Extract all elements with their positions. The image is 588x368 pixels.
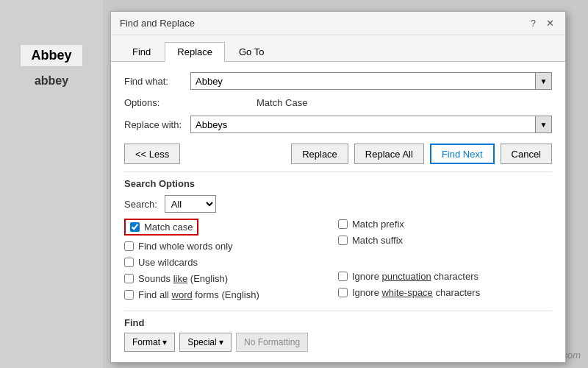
bottom-buttons: Format ▾ Special ▾ No Formatting xyxy=(124,333,552,352)
search-options-title: Search Options xyxy=(124,178,552,189)
ignore-punctuation-checkbox[interactable] xyxy=(338,272,348,281)
match-case-highlight: Match case xyxy=(124,219,198,236)
less-button[interactable]: << Less xyxy=(124,144,180,164)
search-label: Search: xyxy=(124,199,157,210)
word-forms-checkbox[interactable] xyxy=(124,290,134,300)
action-buttons-row: << Less Replace Replace All Find Next Ca… xyxy=(124,144,552,164)
cancel-button[interactable]: Cancel xyxy=(501,144,552,164)
whole-words-label: Find whole words only xyxy=(138,241,233,252)
match-suffix-checkbox[interactable] xyxy=(338,236,348,245)
find-what-input[interactable] xyxy=(190,72,536,90)
word-forms-label: Find all word forms (English) xyxy=(138,289,259,300)
whole-words-checkbox[interactable] xyxy=(124,241,134,251)
options-row: Options: Match Case xyxy=(124,97,552,108)
checkbox-match-case[interactable]: Match case xyxy=(124,219,338,236)
replace-with-input-wrapper: ▼ xyxy=(190,116,552,133)
match-suffix-label: Match suffix xyxy=(352,235,403,246)
replace-button[interactable]: Replace xyxy=(291,144,348,164)
find-next-button[interactable]: Find Next xyxy=(430,144,495,164)
sounds-like-checkbox[interactable] xyxy=(124,274,134,283)
tab-find[interactable]: Find xyxy=(120,42,163,62)
replace-with-dropdown[interactable]: ▼ xyxy=(536,116,552,133)
ignore-punctuation-label: Ignore punctuation characters xyxy=(352,271,478,282)
find-what-input-wrapper: ▼ xyxy=(190,72,552,90)
dialog-titlebar: Find and Replace ? ✕ xyxy=(111,12,565,35)
format-button[interactable]: Format ▾ xyxy=(124,333,175,352)
ignore-whitespace-checkbox[interactable] xyxy=(338,288,348,297)
checkbox-col1: Match case Find whole words only Use wil… xyxy=(124,219,338,300)
find-what-label: Find what: xyxy=(124,76,190,87)
wildcards-label: Use wildcards xyxy=(138,257,198,268)
match-prefix-checkbox[interactable] xyxy=(338,219,348,229)
match-case-checkbox[interactable] xyxy=(130,222,140,232)
tab-goto[interactable]: Go To xyxy=(226,42,276,62)
search-options-section: Search Options Search: All Down Up xyxy=(124,171,552,300)
checkboxes-grid: Match case Find whole words only Use wil… xyxy=(124,219,552,300)
find-what-dropdown[interactable]: ▼ xyxy=(536,72,552,90)
bottom-section: Find Format ▾ Special ▾ No Formatting xyxy=(124,311,552,352)
replace-with-row: Replace with: ▼ xyxy=(124,116,552,133)
tab-bar: Find Replace Go To xyxy=(111,35,565,62)
checkbox-match-suffix[interactable]: Match suffix xyxy=(338,235,552,246)
special-button[interactable]: Special ▾ xyxy=(179,333,232,352)
checkbox-col2: Match prefix Match suffix Ignore punctua… xyxy=(338,219,552,300)
spacer xyxy=(338,251,552,271)
background-area: Abbey abbey xyxy=(0,0,103,368)
find-replace-dialog: Find and Replace ? ✕ Find Replace Go To … xyxy=(110,11,566,363)
match-case-label: Match case xyxy=(144,222,193,233)
match-prefix-label: Match prefix xyxy=(352,219,404,230)
help-button[interactable]: ? xyxy=(528,18,538,29)
checkbox-ignore-whitespace[interactable]: Ignore white-space characters xyxy=(338,287,552,298)
dialog-body: Find what: ▼ Options: Match Case Replace… xyxy=(111,62,565,362)
checkbox-sounds-like[interactable]: Sounds like (English) xyxy=(124,273,338,284)
checkbox-ignore-punctuation[interactable]: Ignore punctuation characters xyxy=(338,271,552,282)
find-what-row: Find what: ▼ xyxy=(124,72,552,90)
checkbox-whole-words[interactable]: Find whole words only xyxy=(124,241,338,252)
checkbox-word-forms[interactable]: Find all word forms (English) xyxy=(124,289,338,300)
replace-with-label: Replace with: xyxy=(124,119,190,130)
tab-replace[interactable]: Replace xyxy=(165,42,225,62)
replace-with-input[interactable] xyxy=(190,116,536,133)
checkbox-wildcards[interactable]: Use wildcards xyxy=(124,257,338,268)
bottom-label: Find xyxy=(124,317,552,328)
options-label: Options: xyxy=(124,97,190,108)
options-value: Match Case xyxy=(257,97,307,108)
search-dropdown-row: Search: All Down Up xyxy=(124,195,552,213)
ignore-whitespace-label: Ignore white-space characters xyxy=(352,287,480,298)
dialog-title: Find and Replace xyxy=(120,18,195,29)
search-select[interactable]: All Down Up xyxy=(165,195,216,213)
wildcards-checkbox[interactable] xyxy=(124,258,134,267)
no-formatting-button[interactable]: No Formatting xyxy=(236,333,308,352)
word-abbey-lower: abbey xyxy=(35,74,68,88)
dialog-controls: ? ✕ xyxy=(528,18,556,29)
sounds-like-label: Sounds like (English) xyxy=(138,273,228,284)
checkbox-match-prefix[interactable]: Match prefix xyxy=(338,219,552,230)
replace-all-button[interactable]: Replace All xyxy=(354,144,424,164)
word-abbey-upper: Abbey xyxy=(20,44,82,67)
close-button[interactable]: ✕ xyxy=(544,18,556,29)
